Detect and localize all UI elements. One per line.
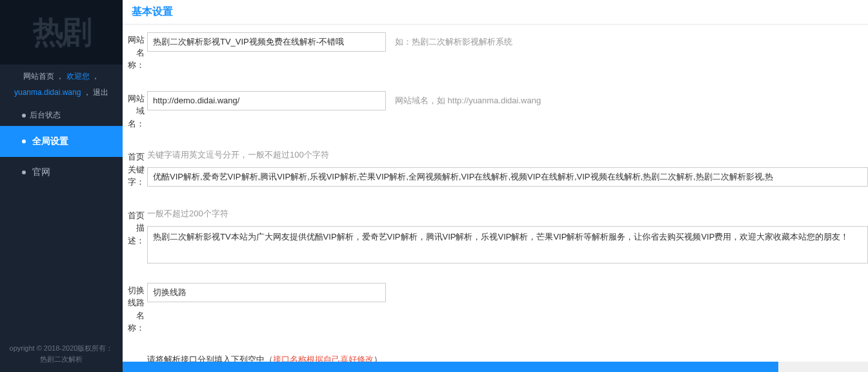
nav: 全局设置 官网 — [0, 126, 123, 336]
sidebar: 热剧 网站首页 ， 欢迎您 ， yuanma.didai.wang ， 退出 后… — [0, 0, 123, 372]
row-description: 首页 描 述： 一般不超过200个字符 — [123, 200, 868, 275]
input-site-name[interactable] — [147, 32, 386, 52]
row-switch-line: 切换 线路 名 称： — [123, 275, 868, 346]
logout-link[interactable]: 退出 — [93, 88, 108, 97]
input-keywords[interactable] — [147, 167, 868, 187]
hint-description: 一般不超过200个字符 — [147, 208, 868, 220]
label-keywords: 首页 关键 字： — [123, 149, 147, 189]
hint-site-name: 如：热剧二次解析影视解析系统 — [395, 36, 512, 48]
hint-keywords: 关键字请用英文逗号分开，一般不超过100个字符 — [147, 149, 868, 161]
user-domain[interactable]: yuanma.didai.wang — [14, 88, 81, 97]
dot-icon — [22, 114, 26, 118]
row-site-domain: 网站 域 名： 网站域名，如 http://yuanma.didai.wang — [123, 83, 868, 142]
textarea-description[interactable] — [147, 226, 868, 264]
row-site-name: 网站 名 称： 如：热剧二次解析影视解析系统 — [123, 25, 868, 83]
logo-area: 热剧 — [0, 0, 123, 65]
nav-item-official[interactable]: 官网 — [0, 157, 123, 188]
nav-item-global[interactable]: 全局设置 — [0, 126, 123, 157]
row-keywords: 首页 关键 字： 关键字请用英文逗号分开，一般不超过100个字符 — [123, 141, 868, 200]
panel-title: 基本设置 — [123, 0, 868, 25]
input-switch-line[interactable] — [147, 283, 386, 302]
home-link[interactable]: 网站首页 — [23, 72, 54, 81]
label-switch-line: 切换 线路 名 称： — [123, 283, 147, 335]
input-site-domain[interactable] — [147, 91, 386, 110]
dot-icon — [22, 140, 26, 143]
copyright-text: opyright © 2018-2020版权所有： — [6, 343, 116, 355]
backend-status[interactable]: 后台状态 — [0, 105, 123, 126]
hint-site-domain: 网站域名，如 http://yuanma.didai.wang — [395, 95, 541, 107]
label-site-domain: 网站 域 名： — [123, 91, 147, 130]
user-info: 网站首页 ， 欢迎您 ， yuanma.didai.wang ， 退出 — [0, 65, 123, 105]
label-description: 首页 描 述： — [123, 208, 147, 247]
horizontal-scrollbar[interactable] — [123, 362, 868, 372]
label-site-name: 网站 名 称： — [123, 32, 147, 72]
sidebar-footer: opyright © 2018-2020版权所有： 热剧二次解析 — [0, 336, 123, 372]
scrollbar-thumb[interactable] — [123, 362, 778, 372]
welcome-text[interactable]: 欢迎您 — [66, 72, 90, 81]
main-content: 基本设置 网站 名 称： 如：热剧二次解析影视解析系统 网站 域 名： — [123, 0, 868, 372]
logo-text: 热剧 — [33, 12, 90, 53]
copyright-name: 热剧二次解析 — [6, 354, 116, 366]
dot-icon — [22, 170, 26, 174]
